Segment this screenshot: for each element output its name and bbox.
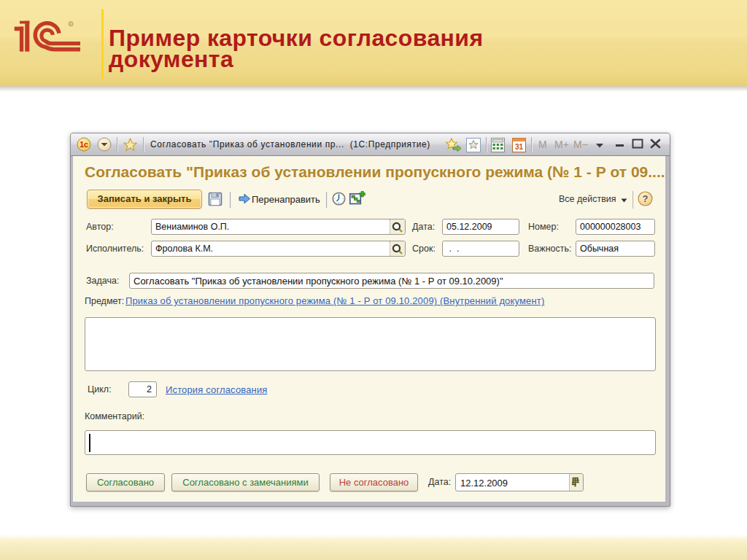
svg-text:1с: 1с	[80, 140, 88, 149]
svg-text:?: ?	[643, 193, 649, 204]
svg-text:31: 31	[515, 143, 524, 151]
